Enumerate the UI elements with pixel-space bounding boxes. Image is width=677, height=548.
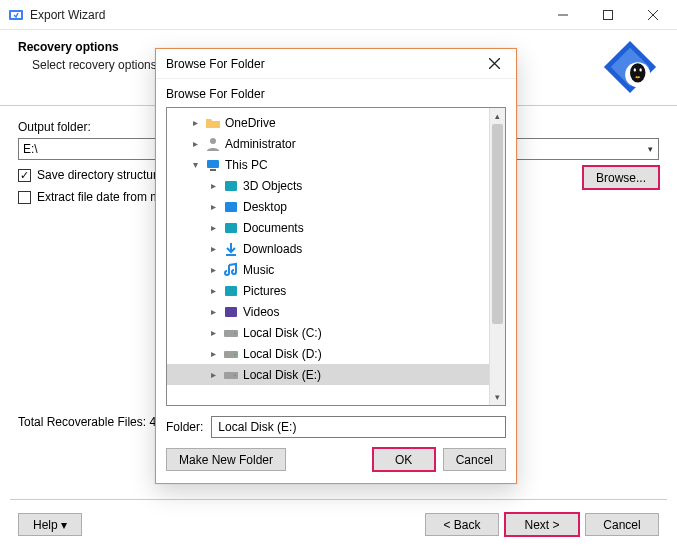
tree-item[interactable]: ▸3D Objects (167, 175, 489, 196)
svg-rect-16 (210, 169, 216, 171)
tree-item[interactable]: ▸Documents (167, 217, 489, 238)
disk-icon (223, 367, 239, 383)
expand-caret-icon[interactable]: ▸ (189, 138, 201, 149)
browse-folder-dialog: Browse For Folder Browse For Folder ▸One… (155, 48, 517, 484)
expand-caret-icon[interactable]: ▾ (189, 159, 201, 170)
tree-item[interactable]: ▸Local Disk (E:) (167, 364, 489, 385)
folder-tree-wrap: ▸OneDrive▸Administrator▾This PC▸3D Objec… (166, 107, 506, 406)
tree-item-label: 3D Objects (243, 179, 302, 193)
back-button[interactable]: < Back (425, 513, 499, 536)
tree-scrollbar[interactable]: ▴ ▾ (489, 108, 505, 405)
svg-point-9 (630, 63, 645, 82)
window-title: Export Wizard (30, 8, 540, 22)
dialog-close-button[interactable] (476, 50, 512, 78)
cancel-button[interactable]: Cancel (585, 513, 659, 536)
maximize-button[interactable] (585, 0, 630, 29)
tree-item-label: Local Disk (C:) (243, 326, 322, 340)
folder-input[interactable]: Local Disk (E:) (211, 416, 506, 438)
tree-item-label: OneDrive (225, 116, 276, 130)
extract-date-checkbox[interactable] (18, 191, 31, 204)
tree-item-label: Pictures (243, 284, 286, 298)
tree-item[interactable]: ▾This PC (167, 154, 489, 175)
browse-button[interactable]: Browse... (583, 166, 659, 189)
3d-icon (223, 178, 239, 194)
wizard-footer: Help ▾ < Back Next > Cancel (0, 513, 677, 536)
down-icon (223, 241, 239, 257)
next-button[interactable]: Next > (505, 513, 579, 536)
svg-point-28 (234, 374, 236, 376)
expand-caret-icon[interactable]: ▸ (207, 201, 219, 212)
expand-caret-icon[interactable]: ▸ (207, 264, 219, 275)
close-button[interactable] (630, 0, 675, 29)
svg-point-10 (634, 68, 636, 71)
scroll-track[interactable] (490, 124, 505, 389)
svg-point-14 (210, 138, 216, 144)
make-new-folder-button[interactable]: Make New Folder (166, 448, 286, 471)
expand-caret-icon[interactable]: ▸ (207, 243, 219, 254)
browse-wrap: Browse... (583, 166, 659, 189)
scroll-down-icon[interactable]: ▾ (490, 389, 505, 405)
titlebar: Export Wizard (0, 0, 677, 30)
tree-item[interactable]: ▸Downloads (167, 238, 489, 259)
total-recoverable-label: Total Recoverable Files: 41 (18, 415, 163, 429)
tree-item-label: Local Disk (D:) (243, 347, 322, 361)
svg-point-11 (639, 68, 641, 71)
tree-item-label: Documents (243, 221, 304, 235)
dialog-titlebar: Browse For Folder (156, 49, 516, 79)
disk-icon (223, 325, 239, 341)
expand-caret-icon[interactable]: ▸ (207, 285, 219, 296)
svg-rect-21 (225, 286, 237, 296)
dialog-title: Browse For Folder (166, 57, 476, 71)
footer-separator (10, 499, 667, 500)
tree-item[interactable]: ▸Administrator (167, 133, 489, 154)
expand-caret-icon[interactable]: ▸ (207, 369, 219, 380)
folder-row: Folder: Local Disk (E:) (156, 406, 516, 448)
folder-label: Folder: (166, 420, 203, 434)
svg-rect-17 (225, 181, 237, 191)
tree-item-label: This PC (225, 158, 268, 172)
expand-caret-icon[interactable]: ▸ (207, 348, 219, 359)
pics-icon (223, 283, 239, 299)
save-structure-checkbox[interactable] (18, 169, 31, 182)
svg-rect-20 (226, 254, 236, 256)
scroll-thumb[interactable] (492, 124, 503, 324)
svg-rect-22 (225, 307, 237, 317)
scroll-up-icon[interactable]: ▴ (490, 108, 505, 124)
tree-item[interactable]: ▸Desktop (167, 196, 489, 217)
tree-item[interactable]: ▸Music (167, 259, 489, 280)
tree-item[interactable]: ▸Local Disk (C:) (167, 322, 489, 343)
tree-item[interactable]: ▸Pictures (167, 280, 489, 301)
dialog-cancel-button[interactable]: Cancel (443, 448, 506, 471)
expand-caret-icon[interactable]: ▸ (207, 180, 219, 191)
expand-caret-icon[interactable]: ▸ (207, 327, 219, 338)
video-icon (223, 304, 239, 320)
tree-item-label: Administrator (225, 137, 296, 151)
svg-point-26 (234, 353, 236, 355)
chevron-down-icon[interactable]: ▾ (641, 138, 659, 160)
expand-caret-icon[interactable]: ▸ (189, 117, 201, 128)
tree-item-label: Local Disk (E:) (243, 368, 321, 382)
disk-icon (223, 346, 239, 362)
pc-icon (205, 157, 221, 173)
tree-item[interactable]: ▸Local Disk (D:) (167, 343, 489, 364)
desk-icon (223, 199, 239, 215)
user-icon (205, 136, 221, 152)
help-button[interactable]: Help ▾ (18, 513, 82, 536)
expand-caret-icon[interactable]: ▸ (207, 306, 219, 317)
save-structure-label: Save directory structure (37, 168, 164, 182)
app-logo (601, 38, 659, 96)
folder-tree[interactable]: ▸OneDrive▸Administrator▾This PC▸3D Objec… (167, 108, 489, 405)
window-controls (540, 0, 675, 29)
svg-point-24 (234, 332, 236, 334)
ok-button[interactable]: OK (373, 448, 435, 471)
tree-item-label: Videos (243, 305, 279, 319)
tree-item[interactable]: ▸OneDrive (167, 112, 489, 133)
expand-caret-icon[interactable]: ▸ (207, 222, 219, 233)
svg-rect-18 (225, 202, 237, 212)
svg-rect-19 (225, 223, 237, 233)
tree-item-label: Downloads (243, 242, 302, 256)
tree-item[interactable]: ▸Videos (167, 301, 489, 322)
app-icon (8, 7, 24, 23)
dialog-buttons: Make New Folder OK Cancel (156, 448, 516, 483)
minimize-button[interactable] (540, 0, 585, 29)
